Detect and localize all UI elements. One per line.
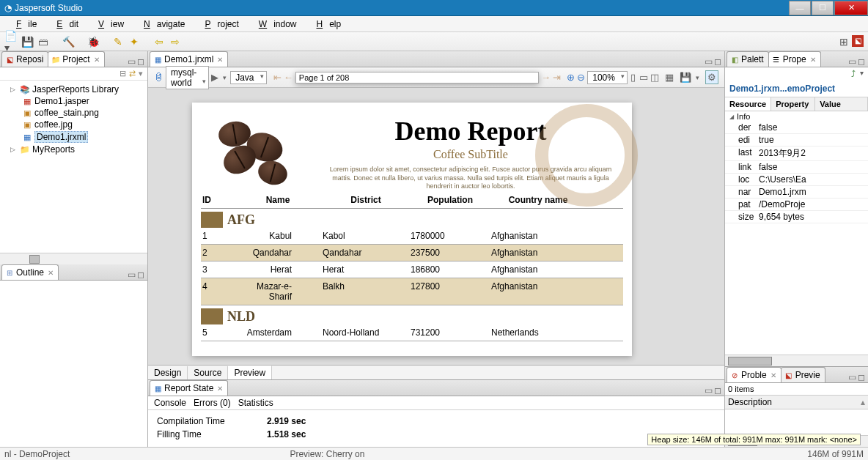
maximize-view-icon[interactable]: ◻: [714, 385, 721, 396]
page-indicator[interactable]: Page 1 of 208: [295, 72, 539, 84]
perspective-icon[interactable]: ⊞: [837, 35, 850, 48]
window-close[interactable]: ✕: [834, 1, 868, 15]
save-icon[interactable]: 💾: [680, 72, 691, 83]
minimize-view-icon[interactable]: ▭: [705, 56, 713, 67]
cat-resource[interactable]: Resource: [725, 97, 771, 111]
tab-preview[interactable]: Preview: [228, 366, 272, 379]
jasper-perspective-icon[interactable]: ⬕: [852, 35, 864, 47]
view-menu-icon[interactable]: ▾: [139, 69, 143, 78]
lang-select[interactable]: Java: [230, 71, 266, 84]
tab-project[interactable]: 📁Project✕: [48, 51, 104, 67]
close-icon[interactable]: ✕: [810, 56, 816, 64]
wand-icon[interactable]: ✦: [128, 35, 141, 48]
property-row[interactable]: last2013年9月2: [725, 146, 868, 161]
tab-properties[interactable]: ☰Prope✕: [768, 51, 821, 67]
first-page-icon[interactable]: ⇤: [273, 72, 282, 83]
maximize-view-icon[interactable]: ◻: [137, 270, 144, 280]
datasource-select[interactable]: mysql-world: [166, 66, 209, 89]
tree-lib[interactable]: ▷📚JasperReports Library: [3, 84, 144, 95]
next-page-icon[interactable]: →: [541, 72, 551, 83]
tab-source[interactable]: Source: [188, 366, 228, 379]
property-row[interactable]: editrue: [725, 134, 868, 146]
window-minimize[interactable]: —: [789, 1, 811, 15]
maximize-view-icon[interactable]: ◻: [858, 372, 865, 382]
fit-actual-icon[interactable]: ◫: [650, 72, 659, 83]
tree-jasper[interactable]: ▦Demo1.jasper: [3, 95, 144, 107]
menu-view[interactable]: View: [85, 18, 130, 31]
play-icon[interactable]: ▶: [211, 72, 218, 83]
props-group-info[interactable]: Info: [725, 111, 868, 122]
debug-icon[interactable]: 🐞: [87, 35, 100, 48]
zoom-out-icon[interactable]: ⊖: [577, 72, 585, 83]
fwd-icon[interactable]: ⇨: [169, 35, 182, 48]
subtab-console[interactable]: Console: [154, 398, 186, 408]
close-icon[interactable]: ✕: [217, 385, 223, 393]
property-row[interactable]: size9,654 bytes: [725, 211, 868, 223]
menu-project[interactable]: Project: [191, 18, 245, 31]
tab-reposi[interactable]: ⬕Reposi: [1, 51, 48, 67]
minimize-view-icon[interactable]: ▭: [128, 56, 136, 67]
saveall-icon[interactable]: 🗃: [37, 35, 50, 48]
tab-reportstate[interactable]: ▦Report State✕: [150, 380, 228, 396]
tab-demo1[interactable]: ▦Demo1.jrxml✕: [150, 51, 228, 67]
tab-design[interactable]: Design: [148, 366, 188, 379]
last-page-icon[interactable]: ⇥: [553, 72, 561, 83]
play-menu-icon[interactable]: ▾: [221, 74, 228, 81]
collapse-icon[interactable]: ⊟: [119, 69, 126, 78]
property-row[interactable]: locC:\Users\Ea: [725, 174, 868, 186]
link-icon[interactable]: ⇄: [129, 69, 136, 78]
menu-file[interactable]: File: [3, 18, 43, 31]
sort-icon[interactable]: ▴: [861, 397, 865, 407]
fit-page-icon[interactable]: ▯: [630, 72, 637, 83]
settings-icon[interactable]: ⚙: [705, 70, 718, 84]
close-icon[interactable]: ✕: [217, 56, 223, 64]
subtab-errors[interactable]: Errors (0): [194, 398, 231, 408]
menu-navigate[interactable]: Navigate: [130, 18, 191, 31]
property-row[interactable]: pat/DemoProje: [725, 199, 868, 211]
minimize-view-icon[interactable]: ▭: [848, 372, 856, 382]
minimize-view-icon[interactable]: ▭: [705, 385, 713, 396]
back-icon[interactable]: ⇦: [152, 35, 166, 48]
property-row[interactable]: derfalse: [725, 122, 868, 134]
tab-outline[interactable]: ⊞Outline✕: [1, 264, 59, 280]
props-menu-icon[interactable]: ⤴: [851, 69, 856, 79]
property-row[interactable]: narDemo1.jrxm: [725, 186, 868, 199]
window-maximize[interactable]: ☐: [812, 1, 834, 15]
props-dropdown-icon[interactable]: ▾: [860, 69, 864, 79]
menu-edit[interactable]: Edit: [43, 18, 85, 31]
subtab-statistics[interactable]: Statistics: [238, 398, 273, 408]
minimize-view-icon[interactable]: ▭: [848, 56, 856, 67]
close-icon[interactable]: ✕: [94, 56, 100, 64]
maximize-view-icon[interactable]: ◻: [858, 56, 865, 67]
problems-desc-header[interactable]: Description▴: [725, 396, 868, 409]
zoom-in-icon[interactable]: ⊕: [567, 72, 575, 83]
menu-window[interactable]: Window: [246, 18, 304, 31]
property-row[interactable]: linkfalse: [725, 161, 868, 174]
report-canvas[interactable]: Demo Report Coffee SubTitle Lorem ipsum …: [148, 88, 724, 365]
maximize-view-icon[interactable]: ◻: [137, 56, 144, 67]
new-icon[interactable]: 📄▾: [4, 35, 18, 48]
close-icon[interactable]: ✕: [770, 371, 776, 379]
properties-list[interactable]: Info derfalseeditruelast2013年9月2linkfals…: [725, 111, 868, 355]
tree-myreports[interactable]: ▷📁MyReports: [3, 144, 144, 155]
prev-page-icon[interactable]: ←: [284, 72, 293, 83]
tab-preview2[interactable]: ⬕Previe: [781, 367, 825, 382]
save-icon[interactable]: 💾: [21, 35, 34, 48]
fit-width-icon[interactable]: ▭: [639, 72, 648, 83]
zoom-select[interactable]: 100%: [587, 71, 628, 84]
tree-hscroll[interactable]: [0, 253, 147, 264]
tab-problems[interactable]: ⊘Proble✕: [727, 367, 781, 382]
menu-help[interactable]: Help: [304, 18, 348, 31]
paint-icon[interactable]: ✎: [111, 35, 125, 48]
close-icon[interactable]: ✕: [48, 269, 54, 277]
tree-stain[interactable]: ▣coffee_stain.png: [3, 107, 144, 119]
props-hscroll[interactable]: [725, 355, 868, 366]
tree-jrxml[interactable]: ▦Demo1.jrxml: [3, 130, 144, 144]
tab-palette[interactable]: ◧Palett: [727, 51, 769, 67]
export-icon[interactable]: ▦: [665, 72, 674, 83]
minimize-view-icon[interactable]: ▭: [128, 270, 136, 280]
build-icon[interactable]: 🔨: [62, 35, 75, 48]
maximize-view-icon[interactable]: ◻: [714, 56, 721, 67]
tree-coffee[interactable]: ▣coffee.jpg: [3, 119, 144, 130]
save-menu-icon[interactable]: ▾: [694, 74, 701, 81]
